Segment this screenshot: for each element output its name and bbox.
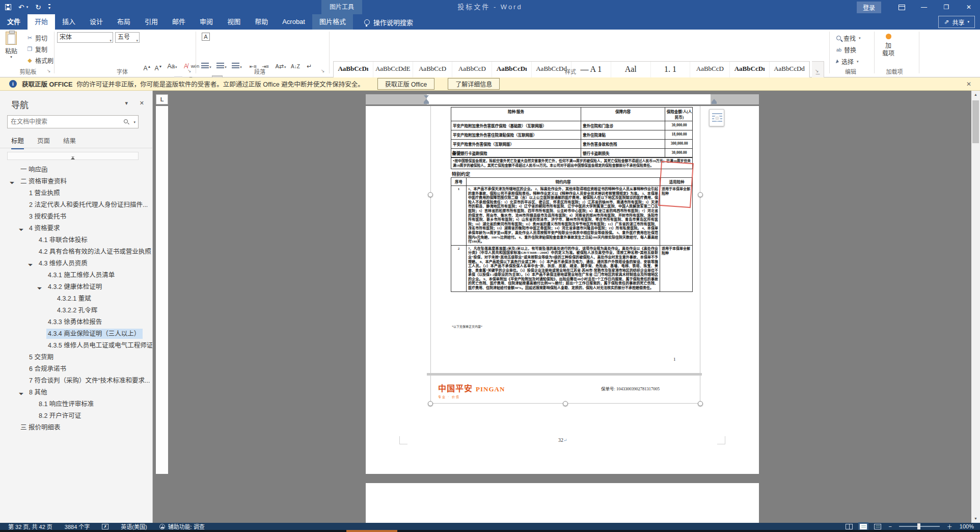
image-handle-bottom-center[interactable] <box>563 401 568 406</box>
proofing-status-icon[interactable]: ✗ <box>102 524 108 529</box>
restore-button[interactable]: ❐ <box>935 0 958 14</box>
font-name-combo[interactable]: 宋体▾ <box>57 32 113 43</box>
nav-outline-item[interactable]: ◣ 4.3.2 健康体检证明 <box>0 281 153 293</box>
accessibility-status[interactable]: 辅助功能: 调查 <box>159 522 205 530</box>
layout-options-button[interactable] <box>709 109 724 126</box>
zoom-percentage[interactable]: 100% <box>960 523 974 529</box>
first-line-indent-marker[interactable] <box>424 95 429 98</box>
zoom-in-icon[interactable]: ＋ <box>947 522 952 530</box>
vertical-scrollbar[interactable]: ▲ ▼ <box>971 91 980 523</box>
collapse-triangle-icon[interactable]: ◣ <box>16 223 26 234</box>
nav-outline-item[interactable]: ◣ 一 响应函 <box>0 164 153 176</box>
ribbon-tab[interactable]: Acrobat <box>275 14 312 30</box>
styles-dialog-launcher[interactable]: ↘ <box>815 68 819 73</box>
nav-outline-item[interactable]: ◣ 6 合规承诺书 <box>0 363 153 375</box>
bullets-button[interactable]: ▾ <box>200 61 213 72</box>
zoom-slider[interactable] <box>899 526 940 527</box>
collapse-triangle-icon[interactable]: ◣ <box>25 258 36 269</box>
nav-outline-item[interactable]: ◣ 7 符合谈判（采购）文件“技术标准和要求... <box>0 375 153 387</box>
zoom-out-icon[interactable]: − <box>888 523 891 529</box>
nav-tab[interactable]: 结果 <box>63 136 76 149</box>
page-indicator[interactable]: 第 32 页, 共 42 页 <box>8 522 52 530</box>
web-layout-icon[interactable] <box>874 524 881 529</box>
signin-button[interactable]: 登录 <box>857 2 881 13</box>
show-marks-button[interactable]: ↵ <box>304 61 315 72</box>
ribbon-tab[interactable]: 开始 <box>28 14 55 30</box>
format-painter-button[interactable]: ◆格式刷 <box>26 56 53 65</box>
scroll-down-icon[interactable]: ▼ <box>971 515 980 523</box>
nav-list-header[interactable] <box>7 152 139 160</box>
nav-outline-item[interactable]: ◣ 8 其他 <box>0 387 153 398</box>
nav-outline-item[interactable]: ◣ 4 资格要求 <box>0 223 153 234</box>
horizontal-ruler[interactable] <box>366 94 759 104</box>
print-layout-icon[interactable] <box>860 524 867 529</box>
ribbon-tab[interactable]: 图片格式 <box>312 14 353 30</box>
cut-button[interactable]: ✂剪切 <box>26 34 47 42</box>
replace-button[interactable]: ab替换 <box>836 45 856 54</box>
nav-search-dropdown-icon[interactable]: ▾ <box>133 120 135 124</box>
scrollbar-thumb[interactable] <box>972 100 979 143</box>
tell-me-box[interactable]: 操作说明搜索 <box>364 14 413 30</box>
undo-dropdown-icon[interactable]: ▾ <box>26 5 29 9</box>
vertical-ruler[interactable] <box>156 106 168 474</box>
nav-outline-item[interactable]: ◣ 1 营业执照 <box>0 188 153 199</box>
nav-outline-item[interactable]: ◣ 4.3.4 商业保险证明（三人以上） <box>0 328 153 340</box>
ribbon-tab[interactable]: 视图 <box>220 14 248 30</box>
minimize-button[interactable]: — <box>913 0 935 14</box>
paragraph-dialog-launcher[interactable]: ↘ <box>321 68 325 73</box>
image-handle-bottom-left[interactable] <box>428 401 433 406</box>
nav-outline-item[interactable]: ◣ 4.3.2.1 董斌 <box>0 293 153 305</box>
nav-search-icon[interactable] <box>124 119 128 123</box>
add-ins-button[interactable]: 加 载项 <box>882 34 894 57</box>
clipboard-dialog-launcher[interactable]: ↘ <box>47 68 51 73</box>
collapse-triangle-icon[interactable]: ◣ <box>7 176 17 187</box>
ribbon-tab[interactable]: 设计 <box>83 14 110 30</box>
scroll-up-icon[interactable]: ▲ <box>971 91 980 99</box>
word-count[interactable]: 3884 个字 <box>65 522 90 530</box>
learn-more-button[interactable]: 了解详细信息 <box>448 78 500 90</box>
undo-icon[interactable]: ↶ <box>18 4 24 11</box>
nav-outline-item[interactable]: ◣ 4.3 维修人员资质 <box>0 258 153 270</box>
read-mode-icon[interactable] <box>846 524 853 529</box>
nav-tab[interactable]: 页面 <box>37 136 50 149</box>
tab-selector[interactable]: L <box>156 94 168 104</box>
nav-outline-item[interactable]: ◣ 4.3.5 维修人员电工证或电气工程师证 <box>0 340 153 352</box>
share-button[interactable]: ⇗ 共享 ▾ <box>938 16 975 28</box>
zoom-slider-thumb[interactable] <box>917 523 920 529</box>
ribbon-tab[interactable]: 帮助 <box>248 14 275 30</box>
ribbon-display-options-button[interactable] <box>890 0 913 14</box>
nav-outline-item[interactable]: ◣ 4.2 具有合格有效的法人证书或营业执照 <box>0 246 153 258</box>
ribbon-tab[interactable]: 邮件 <box>165 14 193 30</box>
multilevel-list-button[interactable]: ▾ <box>230 61 243 72</box>
font-size-combo[interactable]: 五号▾ <box>115 32 140 43</box>
grow-font-button[interactable]: A▲ <box>142 61 153 72</box>
nav-outline-item[interactable]: ◣ 4.3.3 徐勇体检报告 <box>0 316 153 328</box>
nav-search-box[interactable]: ▾ <box>7 115 139 128</box>
nav-outline-item[interactable]: ◣ 4.3.2.2 孔令辉 <box>0 305 153 316</box>
copy-button[interactable]: ❐复制 <box>26 45 47 54</box>
left-indent-marker[interactable] <box>424 102 429 104</box>
select-button[interactable]: 选择▾ <box>836 57 859 66</box>
nav-pane-close-icon[interactable]: ✕ <box>140 100 144 107</box>
asian-layout-button[interactable]: A⇄▾ <box>274 61 287 72</box>
customize-qat-icon[interactable]: ▾ <box>48 4 50 10</box>
ribbon-tab[interactable]: 文件 <box>0 14 28 30</box>
sort-button[interactable]: A↓Z <box>289 61 302 72</box>
collapse-triangle-icon[interactable]: ◣ <box>34 282 45 292</box>
change-case-button[interactable]: Aa▾ <box>165 61 179 72</box>
nav-outline-item[interactable]: ◣ 4.1 非联合体投标 <box>0 234 153 246</box>
close-button[interactable]: ✕ <box>958 0 980 14</box>
nav-outline-item[interactable]: ◣ 5 交货期 <box>0 352 153 363</box>
image-handle-mid-right[interactable] <box>698 192 703 197</box>
nav-tab[interactable]: 标题 <box>11 136 24 149</box>
nav-outline-item[interactable]: ◣ 二 资格审查资料 <box>0 176 153 188</box>
numbering-button[interactable]: ▾ <box>215 61 228 72</box>
ribbon-tab[interactable]: 审阅 <box>193 14 220 30</box>
language-indicator[interactable]: 英语(美国) <box>121 522 147 530</box>
ribbon-tab[interactable]: 插入 <box>55 14 83 30</box>
document-page[interactable]: 险种/服务 保障内容 保险金额/人(人民币) 平安产险附加意外伤害医疗保险（基础… <box>366 106 759 474</box>
nav-outline-item[interactable]: ◣ 8.1 响应性评审标准 <box>0 398 153 410</box>
message-bar-close-icon[interactable]: ✕ <box>964 81 974 88</box>
nav-outline-item[interactable]: ◣ 2 法定代表人和委托代理人身份证扫描件... <box>0 199 153 211</box>
image-handle-bottom-right[interactable] <box>698 401 703 406</box>
